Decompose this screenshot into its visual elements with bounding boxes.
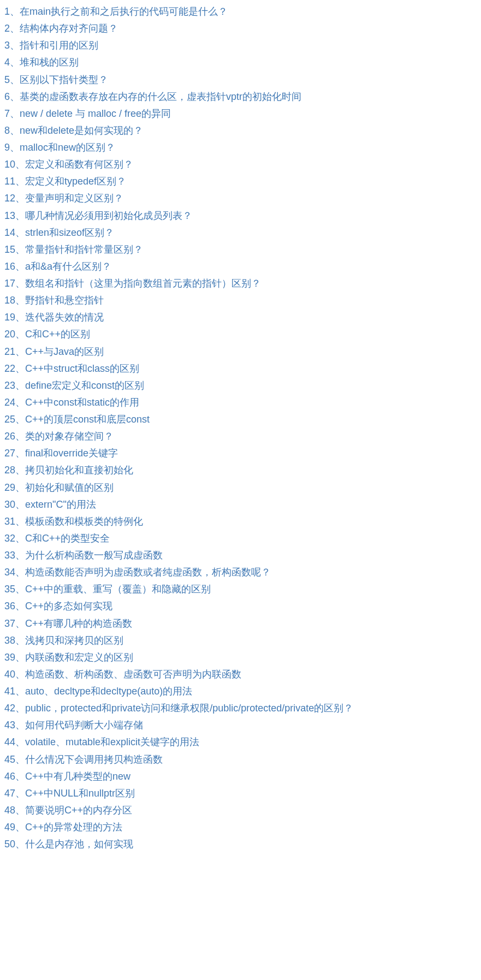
toc-link[interactable]: 1、在main执行之前和之后执行的代码可能是什么？ bbox=[4, 6, 228, 17]
toc-item-title: 浅拷贝和深拷贝的区别 bbox=[25, 635, 123, 646]
toc-item-title: 宏定义和typedef区别？ bbox=[25, 176, 126, 187]
toc-link[interactable]: 27、final和override关键字 bbox=[4, 448, 118, 459]
toc-link[interactable]: 36、C++的多态如何实现 bbox=[4, 601, 112, 611]
toc-item-number: 26 bbox=[4, 431, 15, 442]
toc-item-number: 29 bbox=[4, 482, 15, 493]
toc-item-title: 指针和引用的区别 bbox=[20, 40, 98, 51]
toc-item-number: 23 bbox=[4, 380, 15, 391]
toc-link[interactable]: 38、浅拷贝和深拷贝的区别 bbox=[4, 635, 123, 646]
toc-item-separator: 、 bbox=[15, 244, 25, 255]
toc-link[interactable]: 3、指针和引用的区别 bbox=[4, 40, 98, 51]
toc-item-separator: 、 bbox=[15, 771, 25, 782]
toc-link[interactable]: 23、define宏定义和const的区别 bbox=[4, 380, 144, 391]
toc-item-number: 27 bbox=[4, 448, 15, 459]
toc-item-separator: 、 bbox=[15, 567, 25, 578]
toc-link[interactable]: 5、区别以下指针类型？ bbox=[4, 74, 108, 85]
toc-link[interactable]: 50、什么是内存池，如何实现 bbox=[4, 839, 133, 850]
toc-item: 44、volatile、mutable和explicit关键字的用法 bbox=[4, 734, 477, 751]
toc-link[interactable]: 33、为什么析构函数一般写成虚函数 bbox=[4, 550, 163, 561]
toc-item-separator: 、 bbox=[15, 635, 25, 646]
toc-link[interactable]: 8、new和delete是如何实现的？ bbox=[4, 125, 143, 136]
toc-item-number: 41 bbox=[4, 686, 15, 697]
toc-item-title: extern"C"的用法 bbox=[25, 499, 96, 510]
toc-item-number: 12 bbox=[4, 193, 15, 204]
toc-item: 31、模板函数和模板类的特例化 bbox=[4, 513, 477, 530]
toc-link[interactable]: 45、什么情况下会调用拷贝构造函数 bbox=[4, 754, 163, 765]
toc-link[interactable]: 43、如何用代码判断大小端存储 bbox=[4, 720, 143, 730]
toc-link[interactable]: 31、模板函数和模板类的特例化 bbox=[4, 516, 143, 527]
toc-link[interactable]: 9、malloc和new的区别？ bbox=[4, 142, 115, 153]
toc-item-title: 哪几种情况必须用到初始化成员列表？ bbox=[25, 210, 192, 221]
toc-link[interactable]: 35、C++中的重载、重写（覆盖）和隐藏的区别 bbox=[4, 584, 211, 595]
toc-item: 5、区别以下指针类型？ bbox=[4, 72, 477, 88]
toc-item-separator: 、 bbox=[15, 210, 25, 221]
toc-link[interactable]: 22、C++中struct和class的区别 bbox=[4, 363, 139, 374]
toc-item-number: 47 bbox=[4, 788, 15, 799]
toc-item: 13、哪几种情况必须用到初始化成员列表？ bbox=[4, 207, 477, 224]
toc-link[interactable]: 10、宏定义和函数有何区别？ bbox=[4, 159, 133, 170]
toc-item: 14、strlen和sizeof区别？ bbox=[4, 224, 477, 241]
toc-link[interactable]: 29、初始化和赋值的区别 bbox=[4, 482, 114, 493]
toc-item-separator: 、 bbox=[15, 720, 25, 730]
toc-item-title: C++的多态如何实现 bbox=[25, 601, 112, 611]
toc-item-separator: 、 bbox=[15, 261, 25, 272]
toc-link[interactable]: 42、public，protected和private访问和继承权限/publi… bbox=[4, 703, 353, 714]
toc-link[interactable]: 17、数组名和指针（这里为指向数组首元素的指针）区别？ bbox=[4, 278, 261, 289]
toc-link[interactable]: 25、C++的顶层const和底层const bbox=[4, 414, 150, 425]
toc-link[interactable]: 26、类的对象存储空间？ bbox=[4, 431, 114, 442]
toc-item-number: 37 bbox=[4, 618, 15, 629]
toc-link[interactable]: 28、拷贝初始化和直接初始化 bbox=[4, 465, 133, 476]
toc-item-title: 宏定义和函数有何区别？ bbox=[25, 159, 133, 170]
toc-item-title: C++的异常处理的方法 bbox=[25, 822, 122, 833]
toc-link[interactable]: 2、结构体内存对齐问题？ bbox=[4, 23, 118, 34]
toc-link[interactable]: 24、C++中const和static的作用 bbox=[4, 397, 139, 408]
toc-link[interactable]: 15、常量指针和指针常量区别？ bbox=[4, 244, 143, 255]
toc-item-separator: 、 bbox=[10, 23, 20, 34]
toc-item-number: 31 bbox=[4, 516, 15, 527]
toc-link[interactable]: 13、哪几种情况必须用到初始化成员列表？ bbox=[4, 210, 192, 221]
toc-link[interactable]: 11、宏定义和typedef区别？ bbox=[4, 176, 126, 187]
toc-item-separator: 、 bbox=[15, 652, 25, 663]
toc-link[interactable]: 20、C和C++的区别 bbox=[4, 329, 90, 340]
toc-link[interactable]: 12、变量声明和定义区别？ bbox=[4, 193, 123, 204]
toc-link[interactable]: 49、C++的异常处理的方法 bbox=[4, 822, 122, 833]
toc-item-title: 类的对象存储空间？ bbox=[25, 431, 114, 442]
toc-item-separator: 、 bbox=[15, 805, 25, 816]
toc-item-separator: 、 bbox=[15, 414, 25, 425]
toc-link[interactable]: 32、C和C++的类型安全 bbox=[4, 533, 110, 544]
toc-item-title: 基类的虚函数表存放在内存的什么区，虚表指针vptr的初始化时间 bbox=[20, 91, 301, 102]
toc-link[interactable]: 30、extern"C"的用法 bbox=[4, 499, 96, 510]
toc-item-separator: 、 bbox=[15, 601, 25, 611]
toc-link[interactable]: 19、迭代器失效的情况 bbox=[4, 312, 104, 323]
toc-list: 1、在main执行之前和之后执行的代码可能是什么？2、结构体内存对齐问题？3、指… bbox=[4, 3, 477, 853]
toc-link[interactable]: 18、野指针和悬空指针 bbox=[4, 295, 104, 306]
toc-link[interactable]: 48、简要说明C++的内存分区 bbox=[4, 805, 132, 816]
toc-item-title: 区别以下指针类型？ bbox=[20, 74, 108, 85]
toc-item-separator: 、 bbox=[15, 346, 25, 357]
toc-item: 22、C++中struct和class的区别 bbox=[4, 360, 477, 377]
toc-item-number: 25 bbox=[4, 414, 15, 425]
toc-item-title: 常量指针和指针常量区别？ bbox=[25, 244, 143, 255]
toc-link[interactable]: 14、strlen和sizeof区别？ bbox=[4, 227, 114, 238]
toc-link[interactable]: 39、内联函数和宏定义的区别 bbox=[4, 652, 133, 663]
toc-link[interactable]: 7、new / delete 与 malloc / free的异同 bbox=[4, 108, 171, 119]
toc-link[interactable]: 40、构造函数、析构函数、虚函数可否声明为内联函数 bbox=[4, 669, 241, 680]
toc-item-title: 结构体内存对齐问题？ bbox=[20, 23, 118, 34]
toc-item-title: C++有哪几种的构造函数 bbox=[25, 618, 132, 629]
toc-link[interactable]: 44、volatile、mutable和explicit关键字的用法 bbox=[4, 737, 199, 747]
toc-item-separator: 、 bbox=[15, 703, 25, 714]
toc-link[interactable]: 46、C++中有几种类型的new bbox=[4, 771, 130, 782]
toc-item-title: 拷贝初始化和直接初始化 bbox=[25, 465, 133, 476]
toc-link[interactable]: 21、C++与Java的区别 bbox=[4, 346, 104, 357]
toc-link[interactable]: 16、a和&a有什么区别？ bbox=[4, 261, 111, 272]
toc-link[interactable]: 41、auto、decltype和decltype(auto)的用法 bbox=[4, 686, 192, 697]
toc-link[interactable]: 6、基类的虚函数表存放在内存的什么区，虚表指针vptr的初始化时间 bbox=[4, 91, 301, 102]
toc-link[interactable]: 34、构造函数能否声明为虚函数或者纯虚函数，析构函数呢？ bbox=[4, 567, 271, 578]
toc-link[interactable]: 4、堆和栈的区别 bbox=[4, 57, 79, 68]
toc-item-number: 28 bbox=[4, 465, 15, 476]
toc-item-number: 14 bbox=[4, 227, 15, 238]
toc-item-title: define宏定义和const的区别 bbox=[25, 380, 144, 391]
toc-link[interactable]: 47、C++中NULL和nullptr区别 bbox=[4, 788, 135, 799]
toc-item-separator: 、 bbox=[15, 380, 25, 391]
toc-link[interactable]: 37、C++有哪几种的构造函数 bbox=[4, 618, 132, 629]
